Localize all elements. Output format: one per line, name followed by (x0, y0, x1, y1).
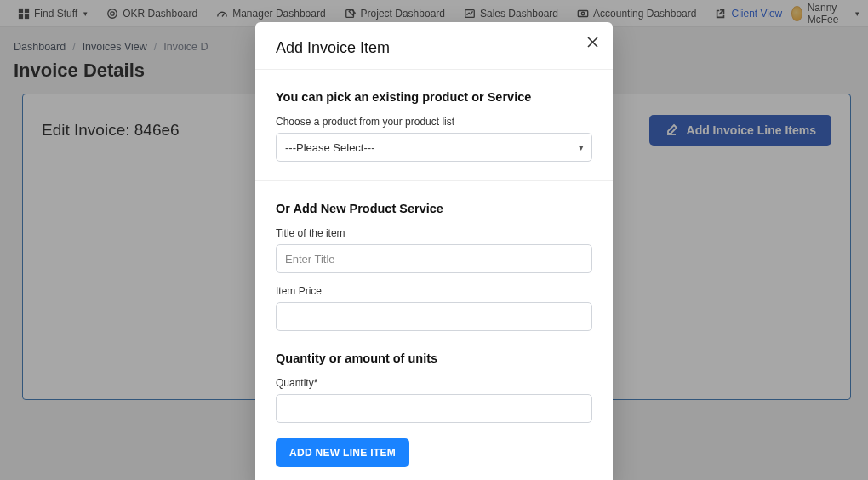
quantity-input[interactable] (276, 394, 592, 423)
section-new-product: Or Add New Product Service (276, 202, 592, 215)
title-field-label: Title of the item (276, 227, 592, 239)
add-invoice-item-modal: Add Invoice Item You can pick an existin… (255, 22, 613, 480)
close-icon (586, 36, 599, 49)
product-select[interactable]: ---Please Select--- (276, 133, 592, 162)
choose-product-label: Choose a product from your product list (276, 116, 592, 128)
modal-title: Add Invoice Item (276, 39, 592, 57)
add-new-line-item-button[interactable]: ADD NEW LINE ITEM (276, 438, 409, 467)
item-price-input[interactable] (276, 302, 592, 331)
section-pick-existing: You can pick an existing product or Serv… (276, 90, 592, 104)
price-field-label: Item Price (276, 285, 592, 297)
section-quantity: Quantity or amount of units (276, 351, 592, 365)
quantity-field-label: Quantity* (276, 377, 592, 389)
add-new-line-item-label: ADD NEW LINE ITEM (289, 447, 396, 459)
modal-overlay[interactable]: Add Invoice Item You can pick an existin… (0, 0, 868, 480)
item-title-input[interactable] (276, 244, 592, 273)
close-button[interactable] (586, 36, 599, 49)
